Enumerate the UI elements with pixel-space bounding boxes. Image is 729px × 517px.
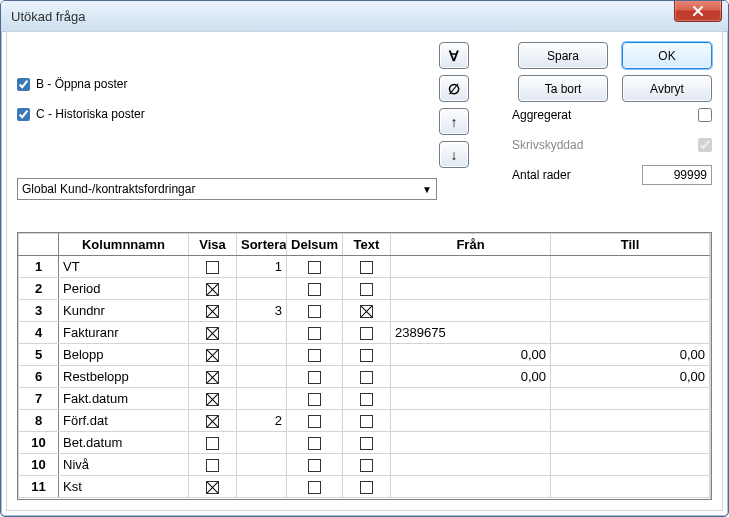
cell-delsum[interactable] [287,476,343,498]
row-number[interactable]: 4 [19,322,59,344]
header-delsum[interactable]: Delsum [287,234,343,256]
cell-to[interactable] [551,322,710,344]
cell-sortera[interactable] [237,278,287,300]
grid-checkbox[interactable] [360,349,373,362]
cell-from[interactable] [391,476,551,498]
cell-sortera[interactable] [237,388,287,410]
cell-text[interactable] [343,454,391,476]
cell-from[interactable]: 2389675 [391,322,551,344]
table-row[interactable]: 10Nivå [19,454,710,476]
cell-to[interactable] [551,410,710,432]
cell-sortera[interactable] [237,344,287,366]
cell-to[interactable]: 0,00 [551,366,710,388]
header-rownum[interactable] [19,234,59,256]
scroll-thumb[interactable] [711,250,712,310]
check-open-posts-box[interactable] [17,78,30,91]
cell-visa[interactable] [189,256,237,278]
grid-checkbox[interactable] [308,437,321,450]
grid-checkbox[interactable] [308,305,321,318]
grid-checkbox[interactable] [308,459,321,472]
option-rowcount-input[interactable] [642,165,712,185]
grid-checkbox[interactable] [206,393,219,406]
cell-text[interactable] [343,366,391,388]
cell-delsum[interactable] [287,344,343,366]
table-row[interactable]: 1VT1 [19,256,710,278]
cell-visa[interactable] [189,300,237,322]
cell-visa[interactable] [189,366,237,388]
cell-from[interactable] [391,278,551,300]
header-from[interactable]: Från [391,234,551,256]
grid-checkbox[interactable] [360,437,373,450]
cell-name[interactable]: Fakt.datum [59,388,189,410]
select-all-button[interactable]: ∀ [439,42,469,69]
grid-checkbox[interactable] [308,393,321,406]
cell-name[interactable]: Fakturanr [59,322,189,344]
cell-sortera[interactable] [237,454,287,476]
move-up-button[interactable]: ↑ [439,108,469,135]
cell-sortera[interactable] [237,366,287,388]
grid-checkbox[interactable] [206,481,219,494]
cell-delsum[interactable] [287,278,343,300]
table-row[interactable]: 7Fakt.datum [19,388,710,410]
cell-to[interactable] [551,432,710,454]
row-number[interactable]: 7 [19,388,59,410]
cell-visa[interactable] [189,454,237,476]
move-down-button[interactable]: ↓ [439,141,469,168]
cell-sortera[interactable] [237,432,287,454]
row-number[interactable]: 3 [19,300,59,322]
cell-from[interactable]: 0,00 [391,366,551,388]
check-historic-posts-box[interactable] [17,108,30,121]
row-number[interactable]: 10 [19,432,59,454]
cell-sortera[interactable]: 3 [237,300,287,322]
table-row[interactable]: 10Bet.datum [19,432,710,454]
cell-delsum[interactable] [287,366,343,388]
cell-visa[interactable] [189,476,237,498]
grid-scrollbar[interactable]: ▲ ▼ [710,233,711,499]
cell-sortera[interactable] [237,322,287,344]
grid-checkbox[interactable] [360,371,373,384]
close-button[interactable] [674,0,722,22]
cell-text[interactable] [343,278,391,300]
cell-delsum[interactable] [287,300,343,322]
cell-name[interactable]: Bet.datum [59,432,189,454]
ok-button[interactable]: OK [622,42,712,69]
cell-name[interactable]: Restbelopp [59,366,189,388]
cell-from[interactable] [391,410,551,432]
grid-checkbox[interactable] [308,327,321,340]
cell-text[interactable] [343,432,391,454]
columns-grid[interactable]: Kolumnnamn Visa Sortera Delsum Text Från… [18,233,710,499]
cell-to[interactable] [551,300,710,322]
cell-text[interactable] [343,322,391,344]
grid-checkbox[interactable] [360,261,373,274]
cell-from[interactable] [391,256,551,278]
grid-checkbox[interactable] [206,349,219,362]
row-number[interactable]: 8 [19,410,59,432]
grid-checkbox[interactable] [308,261,321,274]
cell-name[interactable]: Belopp [59,344,189,366]
cell-to[interactable] [551,256,710,278]
grid-checkbox[interactable] [206,327,219,340]
grid-checkbox[interactable] [206,371,219,384]
row-number[interactable]: 5 [19,344,59,366]
grid-checkbox[interactable] [308,283,321,296]
grid-checkbox[interactable] [308,415,321,428]
grid-checkbox[interactable] [308,371,321,384]
scroll-up-button[interactable]: ▲ [711,233,712,250]
grid-checkbox[interactable] [360,327,373,340]
grid-checkbox[interactable] [360,481,373,494]
grid-checkbox[interactable] [360,459,373,472]
cell-text[interactable] [343,344,391,366]
header-text[interactable]: Text [343,234,391,256]
delete-button[interactable]: Ta bort [518,75,608,102]
cell-from[interactable] [391,454,551,476]
table-row[interactable]: 6Restbelopp0,000,00 [19,366,710,388]
cell-name[interactable]: VT [59,256,189,278]
cell-to[interactable] [551,454,710,476]
grid-checkbox[interactable] [206,283,219,296]
save-button[interactable]: Spara [518,42,608,69]
cell-sortera[interactable]: 1 [237,256,287,278]
cell-from[interactable] [391,300,551,322]
grid-checkbox[interactable] [206,415,219,428]
cell-to[interactable] [551,388,710,410]
grid-checkbox[interactable] [308,349,321,362]
